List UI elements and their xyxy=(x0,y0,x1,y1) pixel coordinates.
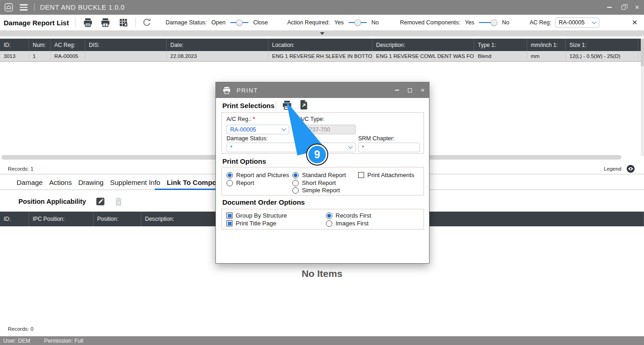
col-header[interactable]: Num: xyxy=(29,39,51,51)
removed-components-toggle[interactable] xyxy=(479,19,497,26)
radio-report[interactable]: Report xyxy=(226,179,254,186)
col-header[interactable]: AC Reg: xyxy=(51,39,85,51)
page-title: Damage Report List xyxy=(4,19,69,27)
radio-icon xyxy=(326,220,332,227)
print-all-button[interactable] xyxy=(100,17,110,28)
radio-simple-report[interactable]: Simple Report xyxy=(292,187,340,194)
damage-status-field-label: Damage Status: xyxy=(226,135,268,142)
radio-short-report[interactable]: Short Report xyxy=(292,179,336,186)
col-header[interactable]: ID: xyxy=(0,212,29,226)
damage-status-close-label: Close xyxy=(253,19,268,26)
radio-report-and-pictures[interactable]: Report and Pictures xyxy=(226,172,289,178)
chevron-down-icon xyxy=(592,19,596,24)
dialog-ac-reg-select[interactable]: RA-00005 xyxy=(226,125,289,134)
tab-actions[interactable]: Actions xyxy=(49,178,72,186)
dialog-damage-status-value: * xyxy=(230,144,232,151)
radio-icon xyxy=(226,180,233,186)
dialog-toolbar-separator xyxy=(276,101,276,110)
dialog-ac-reg-value: RA-00005 xyxy=(230,126,256,133)
window-titlebar: DENT AND BUCKLE 1.0.0 ✕ xyxy=(0,0,644,15)
col-header[interactable]: mm/inch 1: xyxy=(527,39,566,51)
cell-date: 22.08.2023 xyxy=(167,51,268,61)
print-dialog: PRINT ✕ Print Selections A/C Reg.:* RA-0… xyxy=(215,82,429,264)
col-header[interactable]: Description: xyxy=(372,39,474,51)
col-header[interactable]: ID: xyxy=(0,39,29,51)
removed-components-yes-label: Yes xyxy=(465,19,474,26)
records-count-main: Records: 1 xyxy=(8,166,34,172)
damage-grid-row[interactable]: 3013 1 RA-00005 22.08.2023 ENG 1 REVERSE… xyxy=(0,51,644,62)
print-options-groupbox: Report and Pictures Report Standard Repo… xyxy=(221,167,424,196)
action-required-label: Action Required: xyxy=(287,19,330,26)
col-header[interactable]: Date: xyxy=(167,39,268,51)
radio-icon xyxy=(292,187,299,194)
radio-images-first[interactable]: Images First xyxy=(326,220,369,227)
dialog-srm-chapter-input[interactable]: * xyxy=(358,143,420,152)
print-dialog-titlebar[interactable]: PRINT ✕ xyxy=(216,82,429,98)
col-header[interactable]: IPC Position: xyxy=(29,212,93,226)
col-header[interactable]: Location: xyxy=(268,39,372,51)
delete-position-button[interactable] xyxy=(114,197,123,207)
action-required-toggle[interactable] xyxy=(348,19,367,26)
trash-icon xyxy=(114,197,123,207)
damage-status-toggle[interactable] xyxy=(230,19,249,26)
cell-description: ENG 1 REVERSE COWL DENT WAS FOUND xyxy=(372,51,474,61)
dialog-ac-type-input: B737-700 xyxy=(302,125,356,134)
tab-drawing[interactable]: Drawing xyxy=(78,178,104,186)
section-title: Position Applicability xyxy=(18,198,86,205)
print-selections-title: Print Selections xyxy=(222,102,274,109)
tab-damage[interactable]: Damage xyxy=(17,178,43,186)
ac-reg-select[interactable]: RA-00005 xyxy=(555,17,599,28)
cell-mm-inch: mm xyxy=(527,51,566,61)
dialog-export-button[interactable] xyxy=(300,99,308,110)
collapse-arrow-icon xyxy=(320,32,325,35)
menu-hamburger-icon[interactable] xyxy=(20,4,28,11)
col-header[interactable]: DIS: xyxy=(85,39,167,51)
refresh-button[interactable] xyxy=(142,17,152,28)
printer-arrow-icon xyxy=(100,17,110,28)
legend-button[interactable] xyxy=(626,164,635,173)
window-close-button[interactable]: ✕ xyxy=(630,0,644,15)
ac-reg-field-label: A/C Reg.:* xyxy=(226,116,255,122)
document-order-options-title: Document Order Options xyxy=(222,198,305,206)
dialog-close-button[interactable]: ✕ xyxy=(416,82,429,98)
chevron-down-icon xyxy=(282,126,286,131)
dialog-damage-status-select[interactable]: * xyxy=(226,143,356,152)
tab-supplement-info[interactable]: Supplement Info xyxy=(110,178,160,186)
radio-standard-report[interactable]: Standard Report xyxy=(292,172,346,178)
action-required-no-label: No xyxy=(371,19,379,26)
edit-pencil-icon xyxy=(95,196,105,207)
window-restore-button[interactable] xyxy=(616,0,630,15)
radio-icon xyxy=(226,172,233,178)
checkbox-icon xyxy=(226,213,232,218)
dialog-minimize-button[interactable] xyxy=(390,82,403,98)
cell-dis xyxy=(85,51,167,61)
edit-position-button[interactable] xyxy=(95,196,105,207)
window-minimize-button[interactable] xyxy=(603,0,616,15)
print-button[interactable] xyxy=(83,17,93,28)
removed-components-filter: Removed Components: Yes No xyxy=(400,19,514,26)
damage-status-open-label: Open xyxy=(211,19,226,26)
chevron-down-icon xyxy=(348,144,353,149)
dialog-print-button[interactable] xyxy=(282,100,292,110)
legend-label: Legend xyxy=(604,166,621,172)
printer-icon xyxy=(282,100,292,110)
dialog-maximize-button[interactable] xyxy=(403,82,416,98)
filter-collapse-handle[interactable] xyxy=(0,30,644,36)
export-excel-button[interactable] xyxy=(119,18,128,27)
checkbox-group-by-structure[interactable]: Group By Structure xyxy=(226,212,287,219)
checkbox-print-title-page[interactable]: Print Title Page xyxy=(226,220,276,227)
cell-size1: 12(L) - 0.5(W) - 25(D) xyxy=(566,51,638,61)
srm-chapter-field-label: SRM Chapter: xyxy=(358,135,395,142)
checkbox-icon xyxy=(358,172,364,178)
radio-icon xyxy=(326,213,332,219)
radio-records-first[interactable]: Records First xyxy=(326,212,371,219)
col-header[interactable]: Size 1: xyxy=(566,39,638,51)
checkbox-print-attachments[interactable]: Print Attachments xyxy=(358,172,414,178)
app-logo-icon xyxy=(4,3,13,12)
radio-icon xyxy=(292,172,299,178)
col-header[interactable]: Type 1: xyxy=(474,39,527,51)
close-report-list-button[interactable]: ✕ xyxy=(632,18,638,27)
export-grid-icon xyxy=(119,18,128,27)
grid-vertical-scrollbar[interactable] xyxy=(641,39,644,156)
col-header[interactable]: Position: xyxy=(93,212,141,226)
